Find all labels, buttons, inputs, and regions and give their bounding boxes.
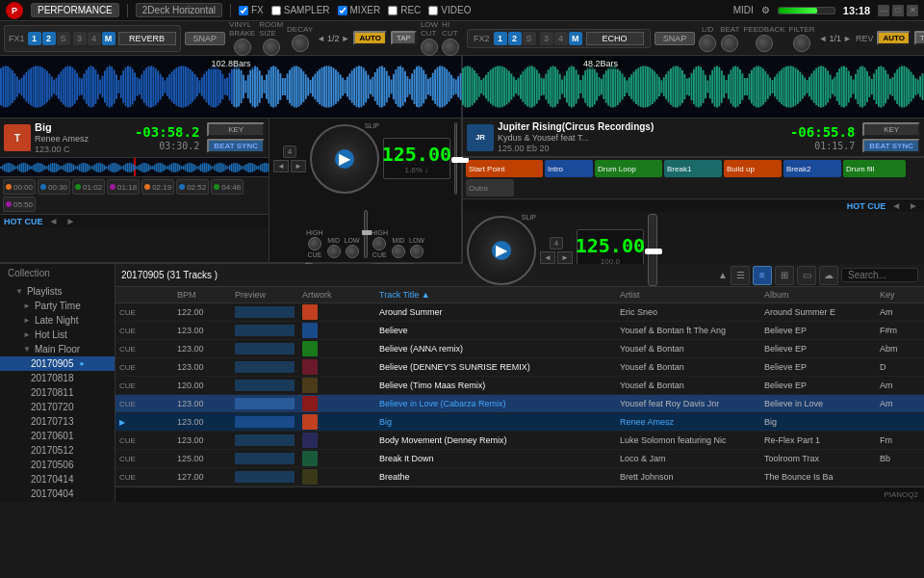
deck2-pitch-slider[interactable] <box>648 214 657 286</box>
table-row[interactable]: CUE 120.00 Believe (Timo Maas Remix) You… <box>116 377 924 395</box>
maximize-btn[interactable]: □ <box>892 5 904 16</box>
fx1-hi-cut-knob[interactable] <box>442 39 459 56</box>
layout-btn[interactable]: 2Deck Horizontal <box>136 3 222 17</box>
sidebar-20170905[interactable]: 20170905 ● <box>0 356 115 371</box>
hc-drumloop[interactable]: Drum Loop <box>595 160 662 177</box>
list-view-btn[interactable]: ☰ <box>731 266 750 285</box>
deck2-play-btn[interactable]: ▶ <box>492 241 511 260</box>
artwork-view-btn[interactable]: ▭ <box>797 266 816 285</box>
table-row[interactable]: CUE 127.00 Breathe Brett Johnson The Bou… <box>116 468 924 486</box>
sampler-check[interactable]: SAMPLER <box>271 5 330 15</box>
cuepoint-0219[interactable]: 02:19 <box>141 179 174 195</box>
eq-low2-knob[interactable] <box>410 245 424 258</box>
close-btn[interactable]: ✕ <box>907 5 918 16</box>
fx1-num-1[interactable]: 1 <box>28 32 41 45</box>
eq-mid2-knob[interactable] <box>392 245 405 258</box>
table-row[interactable]: CUE 122.00 Around Summer Eric Sneo Aroun… <box>116 303 924 322</box>
th-bpm[interactable]: BPM <box>173 289 231 301</box>
sidebar-20170506[interactable]: 20170506 <box>0 458 115 472</box>
sidebar-20170720[interactable]: 20170720 <box>0 400 115 414</box>
sidebar-20170512[interactable]: 20170512 <box>0 443 115 458</box>
cuepoint-0102[interactable]: 01:02 <box>72 179 105 195</box>
sidebar-collection-header[interactable]: Collection <box>0 266 115 280</box>
sidebar-video[interactable]: ► Video <box>0 501 115 502</box>
fx1-name[interactable]: REVERB <box>118 32 176 45</box>
fx1-low-cut-knob[interactable] <box>421 39 438 56</box>
cuepoint-0550[interactable]: 05:50 <box>3 197 36 212</box>
hc-intro[interactable]: Intro <box>545 160 593 177</box>
sidebar-playlists-header[interactable]: ▼ Playlists <box>0 284 115 299</box>
sidebar-hot-list[interactable]: ► Hot List <box>0 328 115 342</box>
window-controls[interactable]: — □ ✕ <box>878 5 918 16</box>
deck1-platter[interactable]: ▶ <box>310 124 379 194</box>
fx1-mid-3[interactable]: 3 <box>73 32 87 45</box>
deck2-hotcue-right[interactable]: ► <box>907 200 920 211</box>
th-album[interactable]: Album <box>760 289 876 301</box>
deck1-hotcue-right[interactable]: ► <box>64 216 77 226</box>
deck1-sync-btn[interactable]: BEAT SYNC <box>207 139 265 153</box>
fx1-vinyl-brake-knob[interactable] <box>234 39 251 56</box>
eq-high2-knob[interactable] <box>372 237 386 250</box>
detail-view-btn[interactable]: ≡ <box>753 266 772 285</box>
fx2-name[interactable]: ECHO <box>586 32 644 45</box>
video-check[interactable]: VIDEO <box>428 5 471 15</box>
sidebar-20170404[interactable]: 20170404 <box>0 486 115 501</box>
sidebar-late-night[interactable]: ► Late Night <box>0 313 115 328</box>
minimize-btn[interactable]: — <box>878 5 889 16</box>
grid-view-btn[interactable]: ⊞ <box>775 266 794 285</box>
hc-drumfill[interactable]: Drum fill <box>843 160 906 177</box>
hc-outro[interactable]: Outro <box>466 179 514 197</box>
sidebar-20170811[interactable]: 20170811 <box>0 385 115 400</box>
fx2-ld-knob[interactable] <box>699 35 716 52</box>
fx2-snap-btn[interactable]: SNAP <box>654 32 696 45</box>
eq-high-knob[interactable] <box>308 237 321 250</box>
fx2-mid-m[interactable]: M <box>569 32 582 45</box>
deck2-sync-btn[interactable]: BEAT SYNC <box>862 139 920 153</box>
sidebar-main-floor[interactable]: ▼ Main Floor <box>0 342 115 356</box>
fx1-mid-m[interactable]: M <box>102 32 116 45</box>
fx1-tap-btn[interactable]: TAP <box>391 31 417 45</box>
table-row[interactable]: CUE 125.00 Break It Down Loco & Jam Tool… <box>116 450 924 468</box>
deck1-key-btn[interactable]: KEY <box>207 122 265 137</box>
fx2-tap-btn[interactable]: TAP <box>914 31 924 45</box>
deck1-prev-btn[interactable]: ◄ <box>273 160 289 172</box>
fx1-num-s[interactable]: S <box>57 32 70 45</box>
sidebar-party-time[interactable]: ► Party Time <box>0 299 115 313</box>
cuepoint-0252[interactable]: 02:52 <box>176 179 209 195</box>
fx1-auto-btn[interactable]: AUTO <box>353 31 387 45</box>
fx2-num-2[interactable]: 2 <box>508 32 522 45</box>
fx2-feedback-knob[interactable] <box>756 35 773 52</box>
fx1-mid-4[interactable]: 4 <box>88 32 101 45</box>
sort-btn[interactable]: ▲ <box>718 270 728 280</box>
cuepoint-0030[interactable]: 00:30 <box>38 179 70 195</box>
cuepoint-0118[interactable]: 01:18 <box>107 179 140 195</box>
sidebar-20170414[interactable]: 20170414 <box>0 472 115 486</box>
eq-low-knob[interactable] <box>346 245 359 258</box>
deck1-pitch-slider[interactable] <box>454 122 457 195</box>
deck1-play-btn[interactable]: ▶ <box>335 149 354 169</box>
fx-check[interactable]: FX <box>239 5 264 15</box>
th-title[interactable]: Track Title ▲ <box>375 289 616 301</box>
sidebar-20170601[interactable]: 20170601 <box>0 429 115 443</box>
deck1-loop-btn[interactable]: 4 <box>283 145 296 158</box>
fx1-decay-knob[interactable] <box>292 35 309 52</box>
table-row[interactable]: CUE 123.00 Believe in Love (Cabarza Remi… <box>116 395 924 413</box>
deck2-key-btn[interactable]: KEY <box>862 122 920 137</box>
search-input[interactable] <box>841 268 918 282</box>
fx2-mid-4[interactable]: 4 <box>554 32 568 45</box>
hc-break1[interactable]: Break1 <box>664 160 722 177</box>
table-row[interactable]: CUE 123.00 Body Movement (Denney Remix) … <box>116 432 924 450</box>
fx2-filter-knob[interactable] <box>793 35 810 52</box>
fx1-num-2[interactable]: 2 <box>42 32 56 45</box>
table-row-playing[interactable]: ▶ 123.00 Big Renee Amesz Big <box>116 413 924 432</box>
fx2-auto-btn[interactable]: AUTO <box>877 31 911 45</box>
table-row[interactable]: CUE 123.00 Believe Yousef & Bontan ft Th… <box>116 322 924 340</box>
th-preview[interactable]: Preview <box>231 289 298 301</box>
deck1-hotcue-left[interactable]: ◄ <box>47 216 61 226</box>
fx1-snap-btn[interactable]: SNAP <box>185 32 226 45</box>
fx2-mid-3[interactable]: 3 <box>540 32 553 45</box>
rec-check[interactable]: REC <box>388 5 421 15</box>
deck2-loop-btn[interactable]: 4 <box>550 237 563 250</box>
cuepoint-0000[interactable]: 00:00 <box>3 179 36 195</box>
fx2-beat-knob[interactable] <box>721 35 738 52</box>
